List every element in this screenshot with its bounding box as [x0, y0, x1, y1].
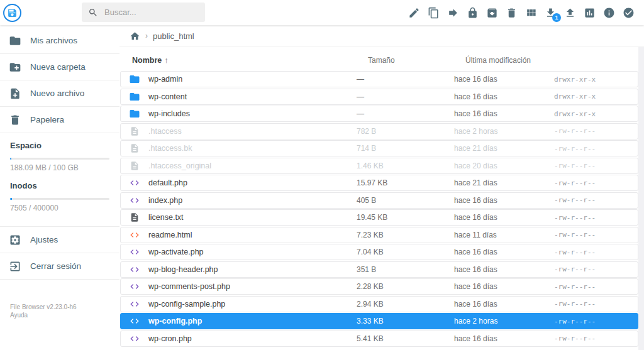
sidebar: Mis archivos Nueva carpeta Nuevo archivo… — [0, 25, 119, 350]
file-name: .htaccess_original — [148, 161, 357, 170]
file-icon — [121, 126, 148, 136]
file-name: wp-blog-header.php — [148, 265, 357, 274]
file-permissions: -rw-r--r-- — [552, 145, 627, 153]
toolbar: 1 — [408, 6, 644, 19]
code-icon — [121, 247, 148, 257]
file-modified: hace 20 días — [454, 161, 552, 170]
table-row[interactable]: index.php 405 B hace 16 días -rw-r--r-- — [120, 192, 638, 209]
table-row[interactable]: license.txt 19.45 KB hace 16 días -rw-r-… — [120, 209, 638, 226]
table-row[interactable]: .htaccess_original 1.46 KB hace 20 días … — [120, 158, 638, 174]
sidebar-item-nueva-carpeta[interactable]: Nueva carpeta — [0, 54, 119, 80]
sidebar-item-papelera[interactable]: Papelera — [0, 107, 119, 133]
file-name: wp-activate.php — [148, 248, 357, 256]
file-size: — — [357, 92, 454, 101]
table-row[interactable]: wp-includes — hace 16 días drwxr-xr-x — [120, 106, 638, 122]
table-row[interactable]: wp-blog-header.php 351 B hace 16 días -r… — [120, 261, 638, 278]
sidebar-item-label: Nuevo archivo — [30, 89, 84, 98]
usage-meter: Inodos 7505 / 400000 — [10, 181, 109, 212]
top-header-bar: 1 — [0, 0, 644, 25]
table-row[interactable]: .htaccess.bk 714 B hace 21 días -rw-r--r… — [120, 140, 638, 156]
trash-icon — [9, 114, 30, 126]
usage-section: Espacio 188.09 MB / 100 GBInodos 7505 / … — [0, 133, 119, 224]
file-size: 7.23 KB — [357, 231, 454, 239]
table-row[interactable]: .htaccess 782 B hace 2 horas -rw-r--r-- — [120, 123, 638, 139]
sidebar-item-label: Papelera — [30, 115, 64, 124]
download-button[interactable]: 1 — [544, 6, 557, 19]
sidebar-item-mis-archivos[interactable]: Mis archivos — [0, 28, 119, 54]
archive-button[interactable] — [486, 6, 498, 19]
home-icon[interactable] — [130, 31, 140, 41]
file-permissions: -rw-r--r-- — [552, 179, 627, 187]
rename-button[interactable] — [408, 6, 420, 19]
table-row[interactable]: wp-content — hace 16 días drwxr-xr-x — [120, 89, 638, 105]
filebrowser-logo[interactable] — [3, 4, 21, 22]
copy-button[interactable] — [427, 6, 440, 19]
sidebar-item-nuevo-archivo[interactable]: Nuevo archivo — [0, 80, 119, 107]
breadcrumb-path[interactable]: public_html — [153, 31, 194, 41]
sidebar-item-label: Ajustes — [30, 235, 58, 244]
table-row[interactable]: readme.html 7.23 KB hace 11 días -rw-r--… — [120, 227, 638, 243]
view-mode-button[interactable] — [525, 6, 537, 19]
file-permissions: -rw-r--r-- — [552, 196, 627, 204]
usage-progress-bar — [10, 198, 109, 200]
table-row[interactable]: wp-cron.php 5.41 KB hace 16 días -rw-r--… — [120, 331, 638, 347]
table-row[interactable]: wp-comments-post.php 2.28 KB hace 16 día… — [120, 278, 638, 295]
file-permissions: -rw-r--r-- — [552, 161, 627, 170]
download-count-badge: 1 — [552, 13, 561, 22]
table-row[interactable]: wp-admin — hace 16 días drwxr-xr-x — [120, 71, 638, 87]
upload-button[interactable] — [564, 6, 576, 19]
table-row[interactable]: default.php 15.97 KB hace 21 días -rw-r-… — [120, 175, 638, 191]
app-version: File Browser v2.23.0-h6 — [10, 302, 119, 312]
scrollbar[interactable] — [638, 47, 644, 350]
column-header-modified[interactable]: Última modificación — [465, 56, 563, 65]
table-row[interactable]: wp-config.php 3.33 KB hace 2 horas -rw-r… — [120, 313, 638, 329]
file-name: default.php — [148, 178, 357, 187]
file-permissions: -rw-r--r-- — [552, 127, 627, 135]
sort-ascending-icon: ↑ — [164, 55, 169, 65]
column-header-name[interactable]: Nombre↑ — [132, 55, 368, 65]
main-content: › public_html Nombre↑ Tamaño Última modi… — [119, 25, 644, 350]
file-permissions: -rw-r--r-- — [552, 231, 627, 239]
code-icon — [121, 299, 148, 309]
help-link[interactable]: Ayuda — [10, 312, 119, 319]
settings-icon — [9, 234, 30, 246]
sidebar-item-label: Cerrar sesión — [30, 261, 81, 271]
file-size: — — [357, 109, 454, 118]
file-name: index.php — [148, 196, 357, 205]
usage-progress-bar — [10, 158, 109, 160]
file-modified: hace 16 días — [454, 282, 552, 291]
table-row[interactable]: wp-config-sample.php 2.94 KB hace 16 día… — [120, 296, 638, 312]
permissions-button[interactable] — [466, 6, 479, 19]
file-size: 19.45 KB — [357, 213, 454, 222]
file-size: 714 B — [357, 144, 454, 153]
file-name: license.txt — [148, 213, 357, 222]
file-name: wp-includes — [148, 109, 357, 118]
file-permissions: -rw-r--r-- — [552, 214, 627, 222]
file-name: wp-config.php — [148, 317, 357, 325]
code-icon — [121, 230, 148, 240]
file-permissions: -rw-r--r-- — [552, 317, 627, 325]
file-modified: hace 16 días — [454, 109, 552, 118]
select-multiple-button[interactable] — [622, 6, 635, 19]
file-permissions: -rw-r--r-- — [552, 283, 627, 291]
search-box[interactable] — [82, 3, 205, 22]
search-input[interactable] — [104, 8, 192, 17]
code-icon — [121, 334, 148, 344]
info-button[interactable] — [602, 6, 615, 19]
trash-icon — [506, 7, 518, 19]
file-icon — [121, 212, 148, 222]
usage-button[interactable] — [583, 6, 596, 19]
file-size: 2.94 KB — [357, 300, 454, 309]
column-header-size[interactable]: Tamaño — [368, 56, 465, 65]
file-name: wp-cron.php — [148, 334, 357, 343]
delete-button[interactable] — [505, 6, 518, 19]
sidebar-item-cerrar-sesi-n[interactable]: Cerrar sesión — [0, 253, 119, 280]
move-button[interactable] — [447, 6, 459, 19]
file-modified: hace 11 días — [454, 231, 552, 239]
sidebar-item-ajustes[interactable]: Ajustes — [0, 227, 119, 253]
folder-icon — [121, 91, 148, 102]
folder-icon — [9, 35, 30, 47]
file-permissions: -rw-r--r-- — [552, 334, 627, 342]
table-row[interactable]: wp-activate.php 7.04 KB hace 16 días -rw… — [120, 244, 638, 260]
file-modified: hace 16 días — [454, 265, 552, 274]
